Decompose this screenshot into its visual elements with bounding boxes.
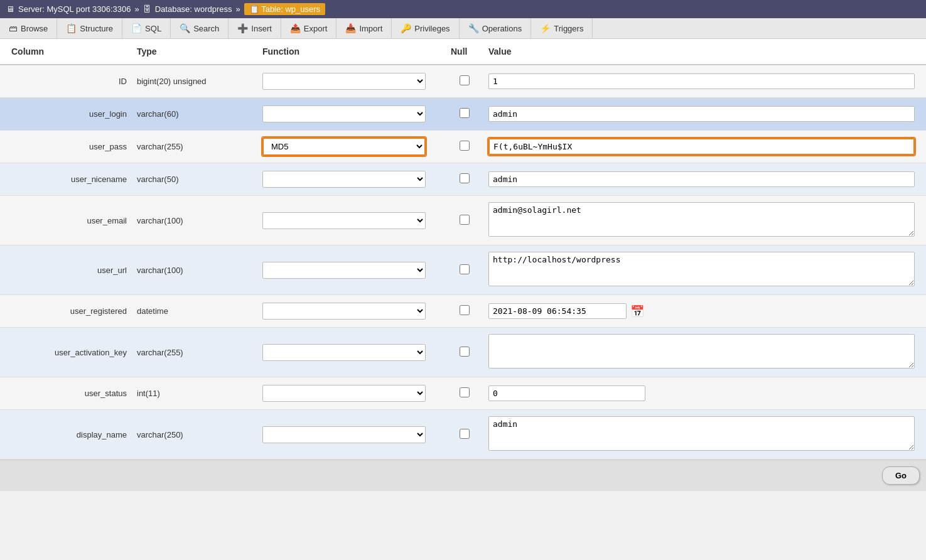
cell-value[interactable] — [483, 249, 920, 291]
value-input[interactable] — [488, 106, 915, 122]
value-textarea[interactable] — [488, 252, 915, 286]
cell-null[interactable] — [446, 262, 483, 279]
cell-type: int(11) — [132, 386, 257, 401]
tab-operations[interactable]: 🔧 Operations — [460, 18, 532, 38]
null-checkbox[interactable] — [460, 264, 470, 274]
cell-value[interactable] — [483, 383, 920, 404]
function-select[interactable]: MD5 — [262, 73, 426, 90]
cell-column: user_url — [6, 263, 132, 277]
cell-value[interactable] — [483, 169, 920, 190]
null-checkbox[interactable] — [460, 215, 470, 225]
insert-icon: ➕ — [237, 23, 248, 33]
tab-sql[interactable]: 📄 SQL — [122, 18, 171, 38]
datetime-input[interactable] — [488, 303, 627, 319]
function-select[interactable]: MD5 — [262, 303, 426, 320]
cell-function[interactable]: MD5 — [257, 103, 446, 125]
header-value: Value — [483, 44, 920, 59]
null-checkbox[interactable] — [460, 141, 470, 151]
cell-value[interactable] — [483, 136, 920, 158]
null-checkbox[interactable] — [460, 305, 470, 315]
null-checkbox[interactable] — [460, 429, 470, 439]
cell-type: bigint(20) unsigned — [132, 74, 257, 89]
null-checkbox[interactable] — [460, 173, 470, 183]
structure-icon: 📋 — [66, 23, 77, 33]
header-function: Function — [257, 44, 446, 59]
function-select[interactable]: MD5 — [262, 385, 426, 402]
header-null: Null — [446, 44, 483, 59]
tab-triggers[interactable]: ⚡ Triggers — [531, 18, 593, 38]
cell-value[interactable] — [483, 71, 920, 92]
function-select[interactable]: MD5 — [262, 171, 426, 188]
value-textarea[interactable] — [488, 416, 915, 451]
cell-value[interactable] — [483, 200, 920, 241]
cell-value[interactable]: 📅 — [483, 301, 920, 321]
tab-export[interactable]: 📤 Export — [281, 18, 337, 38]
cell-type: varchar(50) — [132, 172, 257, 186]
cell-null[interactable] — [446, 138, 483, 155]
cell-type: varchar(255) — [132, 345, 257, 360]
value-input[interactable] — [488, 73, 915, 89]
cell-null[interactable] — [446, 385, 483, 402]
privileges-icon: 🔑 — [401, 23, 411, 33]
cell-null[interactable] — [446, 105, 483, 122]
tab-browse[interactable]: 🗃 Browse — [0, 18, 57, 38]
cell-value[interactable] — [483, 104, 920, 124]
tab-operations-label: Operations — [482, 24, 522, 33]
cell-function[interactable]: MD5 — [257, 259, 446, 281]
table-row: user_loginvarchar(60)MD5 — [0, 98, 926, 131]
triggers-icon: ⚡ — [540, 23, 551, 33]
null-checkbox[interactable] — [460, 347, 470, 357]
tab-search[interactable]: 🔍 Search — [171, 18, 229, 38]
value-textarea[interactable] — [488, 202, 915, 237]
cell-column: user_registered — [6, 304, 132, 318]
tab-triggers-label: Triggers — [554, 24, 583, 33]
cell-null[interactable] — [446, 212, 483, 229]
function-select[interactable]: MD5 — [262, 344, 426, 361]
cell-function[interactable]: MD5 — [257, 300, 446, 322]
value-input[interactable] — [488, 171, 915, 187]
header-type: Type — [132, 44, 257, 59]
null-checkbox[interactable] — [460, 75, 470, 85]
cell-function[interactable]: MD5 — [257, 70, 446, 92]
cell-function[interactable]: MD5 — [257, 135, 446, 158]
null-checkbox[interactable] — [460, 108, 470, 118]
cell-function[interactable]: MD5 — [257, 210, 446, 232]
cell-value[interactable] — [483, 331, 920, 373]
tab-sql-label: SQL — [145, 24, 161, 33]
cell-value[interactable] — [483, 414, 920, 455]
header-column: Column — [6, 44, 132, 59]
separator-1: » — [134, 4, 139, 14]
function-select[interactable]: MD5 — [262, 262, 426, 279]
tab-insert[interactable]: ➕ Insert — [229, 18, 281, 38]
cell-function[interactable]: MD5 — [257, 424, 446, 446]
value-input[interactable] — [488, 138, 915, 155]
cell-function[interactable]: MD5 — [257, 382, 446, 404]
tab-privileges[interactable]: 🔑 Privileges — [392, 18, 459, 38]
table-row: user_registereddatetimeMD5📅 — [0, 295, 926, 328]
value-input[interactable] — [488, 385, 645, 401]
function-select[interactable]: MD5 — [262, 105, 426, 122]
function-select[interactable]: MD5 — [262, 212, 426, 229]
server-label: Server: MySQL port 3306:3306 — [18, 4, 131, 14]
calendar-icon[interactable]: 📅 — [630, 304, 644, 318]
go-button[interactable]: Go — [882, 466, 920, 485]
null-checkbox[interactable] — [460, 387, 470, 397]
table-header: Column Type Function Null Value — [0, 39, 926, 65]
tab-import[interactable]: 📥 Import — [336, 18, 392, 38]
cell-function[interactable]: MD5 — [257, 342, 446, 363]
table-row: display_namevarchar(250)MD5 — [0, 410, 926, 460]
function-select[interactable]: MD5 — [262, 137, 426, 156]
cell-function[interactable]: MD5 — [257, 168, 446, 190]
db-label: Database: wordpress — [155, 4, 232, 14]
tab-privileges-label: Privileges — [414, 24, 450, 33]
cell-column: user_login — [6, 107, 132, 121]
cell-null[interactable] — [446, 344, 483, 361]
value-textarea[interactable] — [488, 334, 915, 369]
cell-null[interactable] — [446, 303, 483, 320]
cell-null[interactable] — [446, 73, 483, 90]
function-select[interactable]: MD5 — [262, 426, 426, 443]
export-icon: 📤 — [290, 23, 301, 33]
tab-structure[interactable]: 📋 Structure — [57, 18, 122, 38]
cell-null[interactable] — [446, 171, 483, 188]
cell-null[interactable] — [446, 426, 483, 443]
